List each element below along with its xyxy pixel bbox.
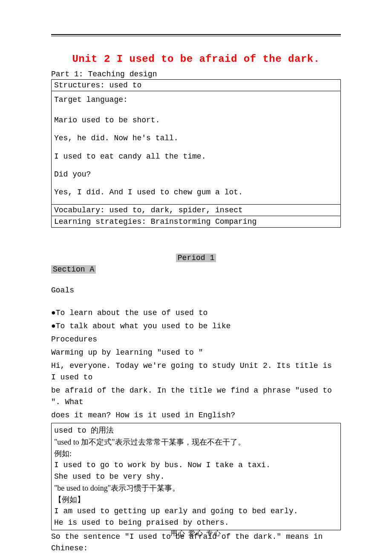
intro-0: Hi, everyone. Today we're going to study…: [51, 360, 341, 383]
structures-cell: Structures: used to: [52, 80, 341, 91]
usage-title: used to 的用法: [54, 426, 114, 435]
intro-1: be afraid of the dark. In the title we f…: [51, 385, 341, 408]
document-title: Unit 2 I used to be afraid of the dark.: [51, 53, 341, 65]
goal-1: ●To talk about what you used to be like: [51, 321, 341, 332]
period-label: Period 1: [176, 254, 216, 262]
vocabulary-cell: Vocabulary: used to, dark, spider, insec…: [52, 205, 341, 216]
usage-line1: "used to 加不定式"表示过去常常干某事，现在不在干了。: [54, 436, 338, 448]
usage-line4: She used to be very shy.: [54, 471, 338, 483]
usage-line2: 例如:: [54, 448, 338, 460]
warming-label: Warming up by learning "used to ": [51, 347, 341, 358]
goal-0: ●To learn about the use of used to: [51, 307, 341, 319]
intro-2: does it mean? How is it used in English?: [51, 410, 341, 421]
page-footer: 用心 爱心 专心: [0, 529, 392, 538]
teaching-design-table: Structures: used to Target language: Mar…: [51, 79, 341, 228]
usage-line3: I used to go to work by bus. Now I take …: [54, 460, 338, 471]
usage-cell: used to 的用法 "used to 加不定式"表示过去常常干某事，现在不在…: [52, 423, 341, 530]
usage-line8: He is used to being praised by others.: [54, 517, 338, 529]
target-line-3: Did you?: [54, 167, 338, 182]
strategies-cell: Learning strategies: Brainstorming Compa…: [52, 216, 341, 228]
target-language-cell: Target language: Mario used to be short.…: [52, 91, 341, 205]
usage-table: used to 的用法 "used to 加不定式"表示过去常常干某事，现在不在…: [51, 423, 341, 530]
period-wrap: Period 1: [51, 253, 341, 262]
target-label: Target language:: [54, 92, 338, 107]
procedures-label: Procedures: [51, 334, 341, 345]
page-content: Unit 2 I used to be afraid of the dark. …: [0, 0, 392, 555]
usage-line5: "be used to doing"表示习惯于干某事。: [54, 483, 338, 494]
usage-line6: 【例如】: [54, 494, 338, 506]
goals-label: Goals: [51, 285, 341, 296]
part1-label: Part 1: Teaching design: [51, 70, 341, 78]
body-text: Goals ●To learn about the use of used to…: [51, 285, 341, 421]
section-a-label: Section A: [51, 265, 96, 274]
target-line-1: Yes, he did. Now he's tall.: [54, 131, 338, 145]
target-line-2: I used to eat candy all the time.: [54, 149, 338, 164]
header-rule: [51, 34, 341, 36]
target-line-4: Yes, I did. And I used to chew gum a lot…: [54, 185, 338, 199]
usage-line7: I am used to getting up early and going …: [54, 506, 338, 517]
target-line-0: Mario used to be short.: [54, 113, 338, 127]
